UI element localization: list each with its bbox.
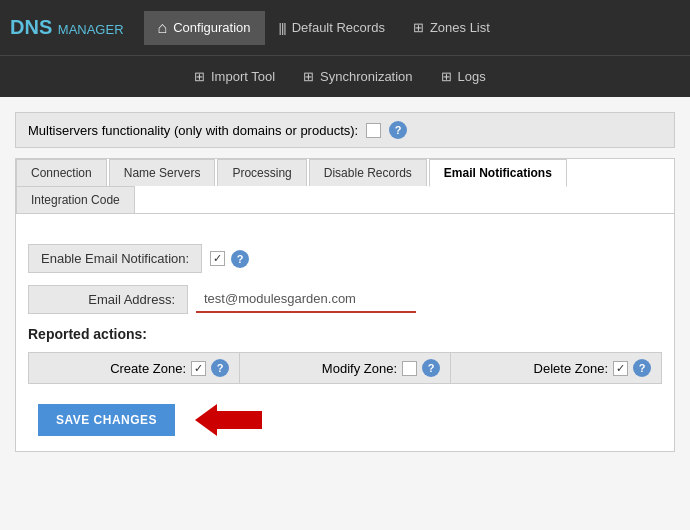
multiserver-info-icon[interactable]: ? bbox=[389, 121, 407, 139]
nav-logs-label: Logs bbox=[458, 69, 486, 84]
nav-synchronization[interactable]: ⊞ Synchronization bbox=[289, 61, 427, 92]
nav-import-tool-label: Import Tool bbox=[211, 69, 275, 84]
create-zone-checkbox[interactable] bbox=[191, 361, 206, 376]
main-panel: Connection Name Servers Processing Disab… bbox=[15, 158, 675, 452]
tab-email-notifications[interactable]: Email Notifications bbox=[429, 159, 567, 187]
delete-zone-checkbox[interactable] bbox=[613, 361, 628, 376]
nav-default-records-label: Default Records bbox=[292, 20, 385, 35]
email-address-row: Email Address: bbox=[28, 285, 662, 314]
delete-zone-info-icon[interactable]: ? bbox=[633, 359, 651, 377]
multiserver-bar: Multiservers functionality (only with do… bbox=[15, 112, 675, 148]
grid-icon: ⊞ bbox=[413, 20, 424, 35]
tab-name-servers[interactable]: Name Servers bbox=[109, 159, 216, 186]
nav-import-tool[interactable]: ⊞ Import Tool bbox=[180, 61, 289, 92]
email-notification-info-icon[interactable]: ? bbox=[231, 250, 249, 268]
create-zone-label: Create Zone: bbox=[110, 361, 186, 376]
secondary-nav: ⊞ Import Tool ⊞ Synchronization ⊞ Logs bbox=[0, 55, 690, 97]
actions-row: Create Zone: ? Modify Zone: ? Delete Zon… bbox=[28, 352, 662, 384]
delete-zone-cell: Delete Zone: ? bbox=[451, 353, 661, 383]
save-area: SAVE CHANGES bbox=[28, 404, 662, 436]
content-area: Multiservers functionality (only with do… bbox=[0, 97, 690, 530]
main-nav: ⌂ Configuration ||| Default Records ⊞ Zo… bbox=[144, 11, 504, 45]
delete-zone-label: Delete Zone: bbox=[534, 361, 608, 376]
email-address-label: Email Address: bbox=[28, 285, 188, 314]
logo-manager: MANAGER bbox=[58, 22, 124, 37]
nav-synchronization-label: Synchronization bbox=[320, 69, 413, 84]
email-notification-checkbox[interactable] bbox=[210, 251, 225, 266]
tab-bar: Connection Name Servers Processing Disab… bbox=[16, 159, 674, 214]
grid-icon-4: ⊞ bbox=[441, 69, 452, 84]
modify-zone-label: Modify Zone: bbox=[322, 361, 397, 376]
home-icon: ⌂ bbox=[158, 19, 168, 37]
arrow-body bbox=[217, 411, 262, 429]
tab-processing[interactable]: Processing bbox=[217, 159, 306, 186]
nav-zones-list[interactable]: ⊞ Zones List bbox=[399, 11, 504, 45]
email-notification-label: Enable Email Notification: bbox=[28, 244, 202, 273]
reported-actions-label: Reported actions: bbox=[28, 326, 662, 342]
create-zone-cell: Create Zone: ? bbox=[29, 353, 240, 383]
logo: DNS MANAGER bbox=[10, 16, 124, 39]
tab-connection[interactable]: Connection bbox=[16, 159, 107, 186]
save-changes-button[interactable]: SAVE CHANGES bbox=[38, 404, 175, 436]
create-zone-info-icon[interactable]: ? bbox=[211, 359, 229, 377]
modify-zone-info-icon[interactable]: ? bbox=[422, 359, 440, 377]
modify-zone-checkbox[interactable] bbox=[402, 361, 417, 376]
grid-icon-3: ⊞ bbox=[303, 69, 314, 84]
nav-default-records[interactable]: ||| Default Records bbox=[265, 11, 399, 45]
nav-configuration-label: Configuration bbox=[173, 20, 250, 35]
save-arrow bbox=[195, 404, 262, 436]
grid-icon-2: ⊞ bbox=[194, 69, 205, 84]
multiserver-label: Multiservers functionality (only with do… bbox=[28, 123, 358, 138]
email-notification-row: Enable Email Notification: ? bbox=[28, 244, 662, 273]
nav-configuration[interactable]: ⌂ Configuration bbox=[144, 11, 265, 45]
email-address-input[interactable] bbox=[196, 286, 416, 313]
logo-dns: DNS bbox=[10, 16, 52, 38]
bars-icon: ||| bbox=[279, 20, 286, 35]
nav-zones-list-label: Zones List bbox=[430, 20, 490, 35]
tab-disable-records[interactable]: Disable Records bbox=[309, 159, 427, 186]
nav-logs[interactable]: ⊞ Logs bbox=[427, 61, 500, 92]
arrow-head-left bbox=[195, 404, 217, 436]
modify-zone-cell: Modify Zone: ? bbox=[240, 353, 451, 383]
multiserver-checkbox[interactable] bbox=[366, 123, 381, 138]
tab-integration-code[interactable]: Integration Code bbox=[16, 186, 135, 213]
tab-content: Enable Email Notification: ? Email Addre… bbox=[16, 229, 674, 451]
header: DNS MANAGER ⌂ Configuration ||| Default … bbox=[0, 0, 690, 55]
